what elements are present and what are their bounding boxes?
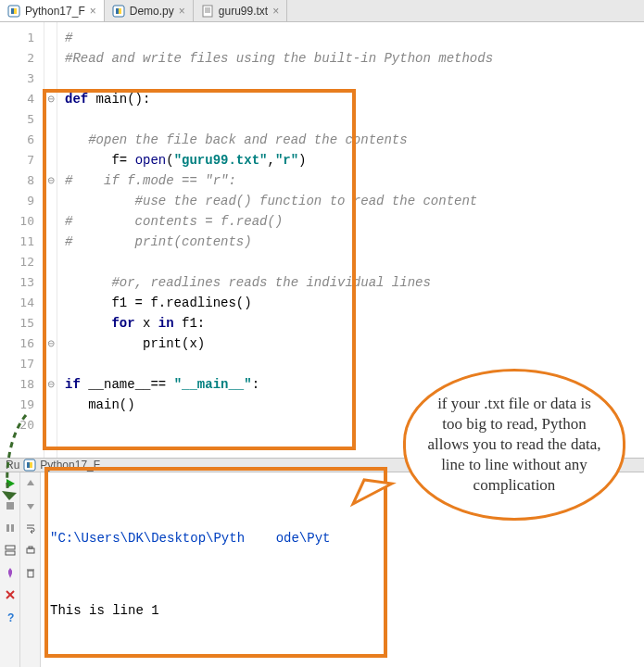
- close-icon[interactable]: ×: [272, 5, 279, 18]
- svg-rect-19: [29, 547, 32, 548]
- print-icon[interactable]: [23, 543, 38, 558]
- annotation-callout-text: if your .txt file or data is too big to …: [403, 369, 625, 521]
- file-tab-demo[interactable]: Demo.py ×: [105, 0, 194, 21]
- stop-icon[interactable]: [3, 498, 18, 513]
- text-file-icon: [201, 5, 214, 18]
- python-file-icon: [23, 459, 36, 472]
- svg-rect-18: [27, 548, 34, 553]
- svg-rect-9: [6, 524, 9, 532]
- file-tab-label: guru99.txt: [219, 5, 268, 18]
- svg-rect-10: [11, 524, 14, 532]
- svg-text:?: ?: [7, 611, 14, 623]
- svg-rect-12: [6, 551, 15, 555]
- layout-icon[interactable]: [3, 543, 18, 558]
- help-icon[interactable]: ?: [3, 610, 18, 624]
- pin-icon[interactable]: [3, 565, 18, 580]
- fold-gutter: ⊖⊖⊖⊖: [44, 22, 57, 458]
- line-number-gutter: 1234567891011121314151617181920: [0, 22, 44, 458]
- close-icon[interactable]: ×: [179, 5, 185, 18]
- file-tab-python17[interactable]: Python17_F ×: [0, 0, 105, 21]
- svg-rect-11: [6, 546, 15, 549]
- file-tab-guru99[interactable]: guru99.txt ×: [194, 0, 287, 21]
- down-icon[interactable]: [23, 498, 38, 513]
- run-toolbar-secondary: [20, 472, 41, 667]
- run-panel-prefix: Ru: [6, 459, 19, 472]
- annotation-callout: if your .txt file or data is too big to …: [403, 369, 625, 521]
- file-tab-label: Demo.py: [130, 5, 174, 18]
- up-icon[interactable]: [23, 476, 38, 491]
- close-icon[interactable]: [3, 587, 18, 602]
- python-file-icon: [7, 5, 20, 18]
- pause-icon[interactable]: [3, 521, 18, 535]
- trash-icon[interactable]: [23, 565, 38, 580]
- svg-marker-16: [27, 480, 34, 485]
- run-toolbar-primary: ?: [0, 472, 20, 667]
- file-tab-label: Python17_F: [25, 5, 85, 18]
- run-config-label: Python17_F: [40, 459, 100, 472]
- svg-rect-20: [28, 571, 33, 577]
- python-file-icon: [112, 5, 125, 18]
- svg-rect-2: [203, 6, 212, 17]
- svg-marker-7: [6, 479, 15, 488]
- file-tabs-bar: Python17_F × Demo.py × guru99.txt ×: [0, 0, 644, 22]
- close-icon[interactable]: ×: [90, 5, 96, 18]
- svg-rect-8: [6, 502, 14, 510]
- wrap-icon[interactable]: [23, 521, 38, 535]
- run-icon[interactable]: [3, 476, 18, 491]
- svg-marker-17: [27, 504, 34, 510]
